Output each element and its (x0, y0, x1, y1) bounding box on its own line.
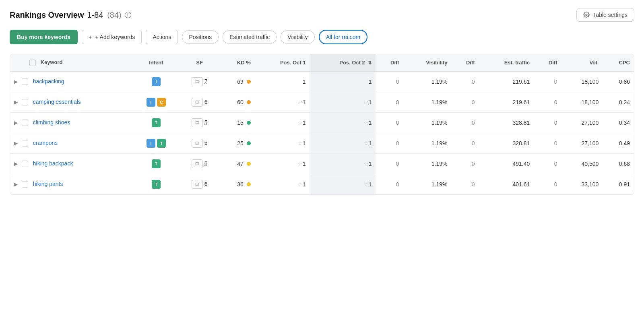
add-keywords-button[interactable]: + + Add keywords (82, 30, 142, 44)
sf-value: 6 (204, 160, 208, 166)
est-traffic-cell: 328.81 (479, 112, 534, 133)
sf-cell: ⊡ 5 (180, 112, 219, 133)
intent-badge: I (152, 77, 161, 86)
est-traffic-cell: 219.61 (479, 71, 534, 92)
pos-oct2-cell: 1 (310, 71, 376, 92)
page-header: Rankings Overview 1-84 (84) i Table sett… (10, 8, 634, 22)
row-expand-icon[interactable]: ▶ (14, 182, 18, 187)
row-checkbox[interactable] (22, 99, 28, 105)
row-expand-icon[interactable]: ▶ (14, 161, 18, 167)
col-header-diff1: Diff (376, 54, 403, 71)
cpc-cell: 0.34 (603, 112, 634, 133)
keyword-link[interactable]: camping essentials (33, 99, 81, 105)
keyword-link[interactable]: crampons (33, 140, 58, 146)
diff3-cell: 0 (534, 92, 561, 112)
sf-cell: ⊡ 6 (180, 174, 219, 194)
row-checkbox[interactable] (22, 140, 28, 146)
intent-cell: IT (132, 133, 180, 153)
keyword-cell: ▶ crampons (10, 133, 132, 153)
visibility-cell: 1.19% (403, 71, 452, 92)
diff2-cell: 0 (451, 92, 479, 112)
kd-cell: 36 (219, 174, 254, 194)
pos-oct2-cell: ⇌1 (310, 92, 376, 112)
row-checkbox[interactable] (22, 181, 28, 188)
col-header-diff3: Diff (534, 54, 561, 71)
intent-badge: T (157, 139, 166, 148)
intent-badge: C (157, 98, 166, 107)
keyword-link[interactable]: hiking backpack (33, 160, 73, 167)
vol-cell: 18,100 (561, 92, 603, 112)
kd-cell: 60 (219, 92, 254, 112)
intent-badge: T (152, 180, 161, 189)
est-traffic-cell: 328.81 (479, 133, 534, 153)
star-icon: ☆ (363, 181, 369, 188)
pos-oct1-cell: 1 (255, 71, 310, 92)
page-title: Rankings Overview (10, 10, 84, 20)
estimated-traffic-filter-button[interactable]: Estimated traffic (223, 30, 277, 44)
all-for-filter-button[interactable]: All for rei.com (319, 30, 368, 44)
star-icon: ☆ (297, 181, 303, 188)
star-icon: ☆ (363, 140, 369, 146)
pos-oct1-cell: ☆1 (255, 153, 310, 174)
col-header-pos-oct2[interactable]: Pos. Oct 2 ⇅ (310, 54, 376, 71)
col-header-vol: Vol. (561, 54, 603, 71)
row-checkbox[interactable] (22, 161, 28, 167)
keyword-link[interactable]: backpacking (33, 78, 64, 85)
positions-filter-button[interactable]: Positions (182, 30, 219, 44)
cpc-cell: 0.86 (603, 71, 634, 92)
table-row: ▶ hiking pants T⊡ 636 ☆1☆101.19%0401.610… (10, 174, 634, 194)
header-left: Rankings Overview 1-84 (84) i (10, 10, 131, 20)
intent-cell: IC (132, 92, 180, 112)
buy-keywords-button[interactable]: Buy more keywords (10, 30, 78, 44)
intent-badge: T (152, 159, 161, 168)
kd-dot (247, 121, 251, 125)
row-expand-icon[interactable]: ▶ (14, 140, 18, 146)
kd-dot (247, 162, 251, 166)
intent-badge: T (152, 118, 161, 127)
info-icon[interactable]: i (125, 12, 131, 18)
diff3-cell: 0 (534, 153, 561, 174)
sf-value: 6 (204, 180, 208, 187)
visibility-cell: 1.19% (403, 112, 452, 133)
star-icon: ☆ (363, 161, 369, 167)
sf-icon: ⊡ (192, 77, 203, 86)
col-header-est-traffic: Est. traffic (479, 54, 534, 71)
visibility-filter-button[interactable]: Visibility (281, 30, 314, 44)
kd-dot (247, 100, 251, 104)
diff1-cell: 0 (376, 153, 403, 174)
table-header: Keyword Intent SF KD % Pos. Oct 1 Pos. O… (10, 54, 634, 71)
row-checkbox[interactable] (22, 78, 28, 85)
select-all-checkbox[interactable] (29, 60, 36, 66)
keyword-link[interactable]: hiking pants (33, 181, 63, 187)
table-settings-button[interactable]: Table settings (576, 8, 634, 22)
diff3-cell: 0 (534, 174, 561, 194)
cpc-cell: 0.24 (603, 92, 634, 112)
diff2-cell: 0 (451, 71, 479, 92)
keyword-link[interactable]: climbing shoes (33, 119, 70, 126)
star-icon: ☆ (297, 120, 303, 126)
keyword-cell: ▶ hiking backpack (10, 153, 132, 174)
cpc-cell: 0.91 (603, 174, 634, 194)
gear-icon (583, 12, 590, 18)
visibility-cell: 1.19% (403, 153, 452, 174)
link-icon: ⇌ (298, 99, 303, 105)
page-wrapper: Rankings Overview 1-84 (84) i Table sett… (0, 0, 644, 203)
row-expand-icon[interactable]: ▶ (14, 99, 18, 105)
row-expand-icon[interactable]: ▶ (14, 79, 18, 85)
cpc-cell: 0.68 (603, 153, 634, 174)
toolbar: Buy more keywords + + Add keywords Actio… (10, 30, 634, 44)
pos-oct2-cell: ☆1 (310, 153, 376, 174)
sf-value: 5 (204, 119, 208, 125)
diff1-cell: 0 (376, 112, 403, 133)
sf-cell: ⊡ 6 (180, 153, 219, 174)
col-header-visibility: Visibility (403, 54, 452, 71)
row-checkbox[interactable] (22, 120, 28, 126)
sf-icon: ⊡ (192, 159, 203, 168)
row-expand-icon[interactable]: ▶ (14, 120, 18, 126)
actions-button[interactable]: Actions (146, 30, 178, 44)
intent-cell: I (132, 71, 180, 92)
intent-cell: T (132, 153, 180, 174)
pos-oct1-cell: ☆1 (255, 133, 310, 153)
plus-icon: + (89, 34, 92, 40)
diff2-cell: 0 (451, 133, 479, 153)
